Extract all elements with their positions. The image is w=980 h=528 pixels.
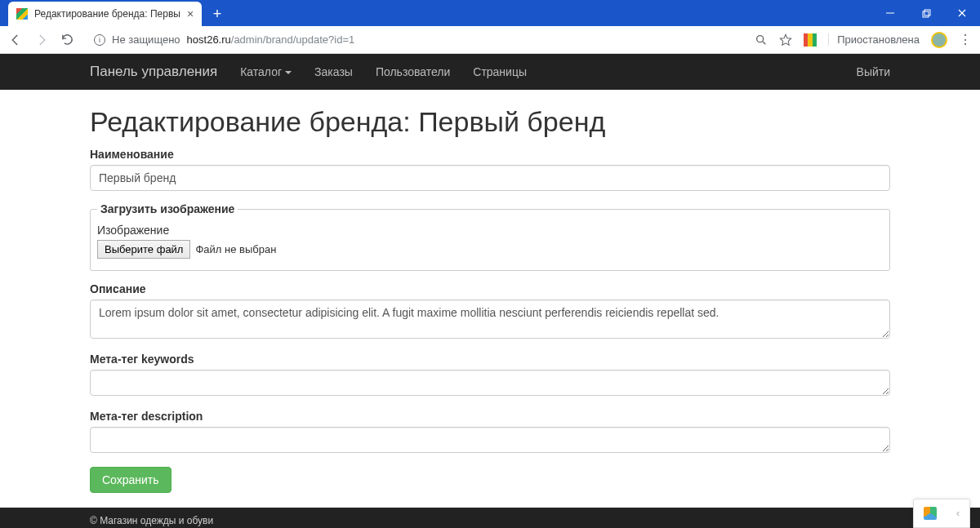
navbar-nav: Каталог Заказы Пользователи Страницы bbox=[240, 65, 527, 78]
window-close-icon[interactable] bbox=[944, 2, 980, 24]
tab-title: Редактирование бренда: Первы bbox=[34, 8, 180, 20]
info-icon[interactable]: i bbox=[94, 34, 105, 46]
upload-fieldset: Загрузить изображение Изображение Выбери… bbox=[90, 202, 890, 271]
nav-catalog[interactable]: Каталог bbox=[240, 65, 292, 78]
svg-line-6 bbox=[763, 42, 765, 44]
name-input[interactable] bbox=[90, 165, 890, 191]
yii-logo-icon bbox=[924, 507, 937, 520]
nav-orders[interactable]: Заказы bbox=[314, 65, 353, 78]
page-container: Редактирование бренда: Первый бренд Наим… bbox=[0, 90, 980, 508]
chevron-down-icon bbox=[285, 71, 292, 74]
file-status: Файл не выбран bbox=[195, 243, 276, 255]
close-icon[interactable]: × bbox=[187, 7, 194, 20]
admin-navbar: Панель управления Каталог Заказы Пользов… bbox=[0, 54, 980, 90]
address-bar: i Не защищено host26.ru/admin/brand/upda… bbox=[0, 26, 980, 54]
browser-tab-bar: Редактирование бренда: Первы × + bbox=[0, 0, 980, 26]
url-text: host26.ru/admin/brand/update?id=1 bbox=[187, 33, 355, 46]
copyright: © Магазин одежды и обуви bbox=[90, 515, 213, 526]
sync-paused-label[interactable]: Приостановлена bbox=[828, 33, 920, 46]
browser-tab[interactable]: Редактирование бренда: Первы × bbox=[8, 2, 202, 26]
minimize-icon[interactable] bbox=[872, 2, 908, 24]
nav-users[interactable]: Пользователи bbox=[376, 65, 450, 78]
star-icon[interactable] bbox=[779, 33, 792, 47]
image-label: Изображение bbox=[97, 224, 883, 237]
svg-rect-2 bbox=[924, 10, 930, 16]
kebab-menu-icon[interactable]: ⋮ bbox=[959, 32, 972, 47]
navbar-brand[interactable]: Панель управления bbox=[90, 64, 217, 80]
meta-keywords-input[interactable] bbox=[90, 370, 890, 396]
description-label: Описание bbox=[90, 282, 890, 295]
back-icon[interactable] bbox=[8, 33, 23, 47]
url-field[interactable]: i Не защищено host26.ru/admin/brand/upda… bbox=[86, 33, 743, 46]
favicon-icon bbox=[16, 8, 28, 20]
svg-point-5 bbox=[757, 35, 764, 42]
forward-icon[interactable] bbox=[34, 33, 49, 47]
reload-icon[interactable] bbox=[60, 33, 74, 47]
page-title: Редактирование бренда: Первый бренд bbox=[90, 106, 890, 138]
profile-avatar[interactable] bbox=[931, 32, 947, 48]
name-label: Наименование bbox=[90, 148, 890, 161]
save-button[interactable]: Сохранить bbox=[90, 467, 172, 493]
new-tab-button[interactable]: + bbox=[207, 3, 228, 24]
meta-description-input[interactable] bbox=[90, 427, 890, 453]
logout-link[interactable]: Выйти bbox=[857, 65, 890, 78]
upload-legend: Загрузить изображение bbox=[97, 202, 238, 215]
extension-icon[interactable] bbox=[804, 33, 817, 47]
svg-rect-1 bbox=[923, 11, 929, 17]
footer: © Магазин одежды и обуви bbox=[0, 508, 980, 528]
maximize-icon[interactable] bbox=[908, 2, 944, 24]
chevron-left-icon[interactable]: ‹ bbox=[956, 508, 960, 519]
search-in-page-icon[interactable] bbox=[755, 33, 768, 47]
description-input[interactable]: Lorem ipsum dolor sit amet, consectetur … bbox=[90, 299, 890, 339]
meta-keywords-label: Мета-тег keywords bbox=[90, 353, 890, 366]
nav-pages[interactable]: Страницы bbox=[473, 65, 527, 78]
choose-file-button[interactable]: Выберите файл bbox=[97, 240, 190, 259]
yii-debug-toolbar[interactable]: ‹ bbox=[913, 499, 970, 528]
meta-description-label: Мета-тег description bbox=[90, 410, 890, 423]
insecure-label: Не защищено bbox=[112, 33, 180, 46]
